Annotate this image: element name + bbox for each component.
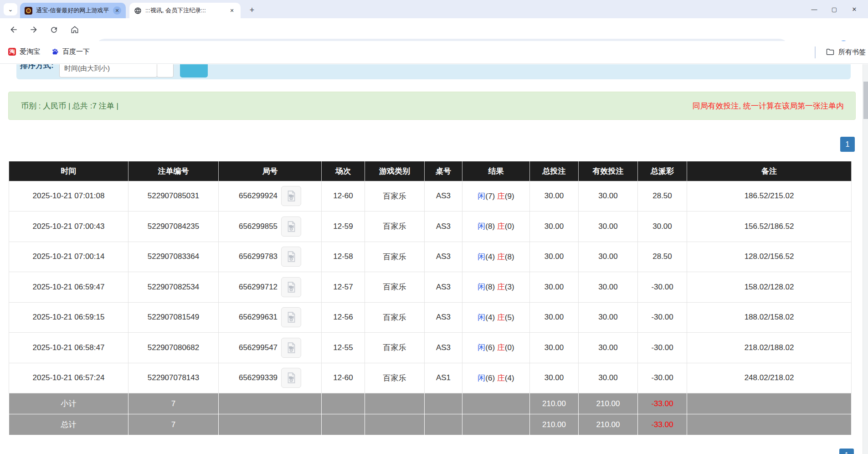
footer-valid-bet: 210.00 (579, 393, 638, 414)
round-wrap: 656299631 (239, 307, 301, 327)
pagination-page-1[interactable]: 1 (840, 137, 855, 152)
round-number: 656299712 (239, 283, 277, 292)
total-bet-link[interactable]: 30.00 (530, 272, 579, 303)
total-bet-link[interactable]: 30.00 (530, 302, 579, 333)
remark: 186.52/215.02 (687, 181, 852, 212)
tab-bet-records[interactable]: :::视讯, 会员下注纪录::: ✕ (129, 3, 241, 18)
footer-label: 小计 (9, 393, 128, 414)
total-bet-link[interactable]: 30.00 (530, 212, 579, 242)
footer-empty (219, 393, 322, 414)
round-number: 656299855 (239, 222, 277, 231)
footer-count: 7 (128, 414, 219, 435)
video-replay-button[interactable] (281, 338, 301, 358)
tab-strip: ⌄ 通宝-信誉最好的网上游戏平台 ✕ :::视讯, 会员下注纪录::: ✕ + … (0, 0, 868, 18)
banker-label: 庄 (497, 253, 505, 261)
total-bet-link[interactable]: 30.00 (530, 181, 579, 212)
session-number: 12-58 (322, 242, 365, 272)
forward-button[interactable] (26, 22, 41, 37)
bet-time: 2025-10-21 07:01:08 (9, 181, 128, 212)
player-score: (4) (485, 313, 497, 322)
footer-empty (462, 393, 530, 414)
bet-number: 522907084235 (128, 212, 219, 242)
column-header: 局号 (219, 161, 322, 181)
round-wrap: 656299712 (239, 277, 301, 297)
video-replay-button[interactable] (281, 217, 301, 237)
round-wrap: 656299339 (239, 368, 301, 388)
game-type: 百家乐 (365, 212, 425, 242)
table-number: AS3 (425, 333, 462, 363)
video-replay-button[interactable] (281, 368, 301, 388)
back-button[interactable] (6, 22, 21, 37)
banker-label: 庄 (497, 192, 505, 201)
footer-empty (462, 414, 530, 435)
video-camera-icon (285, 221, 297, 232)
round-number-cell: 656299855 (219, 212, 322, 242)
pagination-page-1-bottom[interactable]: 1 (839, 449, 854, 454)
close-button[interactable]: ✕ (844, 6, 864, 13)
table-number: AS3 (425, 181, 462, 212)
total-bet-link[interactable]: 30.00 (530, 333, 579, 363)
player-score: (7) (485, 192, 497, 201)
banker-score: (8) (505, 253, 514, 261)
sort-dropdown-arrow[interactable] (157, 64, 174, 77)
table-number: AS3 (425, 302, 462, 333)
video-camera-icon (285, 281, 297, 293)
valid-bet: 30.00 (579, 272, 638, 303)
scrollbar-thumb[interactable] (863, 82, 868, 119)
game-type: 百家乐 (365, 363, 425, 393)
maximize-button[interactable]: ▢ (824, 6, 844, 13)
video-camera-icon (285, 311, 297, 323)
bet-time: 2025-10-21 07:00:14 (9, 242, 128, 272)
valid-bet: 30.00 (579, 302, 638, 333)
footer-empty (425, 393, 462, 414)
all-bookmarks-button[interactable]: 所有书签 (826, 47, 866, 57)
bookmark-taobao[interactable]: 淘 爱淘宝 (8, 47, 40, 56)
game-type: 百家乐 (365, 272, 425, 303)
total-bet-link[interactable]: 30.00 (530, 242, 579, 272)
video-replay-button[interactable] (281, 277, 301, 297)
round-number-cell: 656299547 (219, 333, 322, 363)
session-number: 12-59 (322, 212, 365, 242)
new-tab-button[interactable]: + (246, 4, 258, 16)
column-header: 备注 (687, 161, 852, 181)
round-number: 656299547 (239, 343, 277, 352)
page-scrollbar[interactable] (863, 64, 868, 454)
video-replay-button[interactable] (281, 247, 301, 267)
tab-close-icon[interactable]: ✕ (228, 6, 236, 15)
bet-time: 2025-10-21 06:58:47 (9, 333, 128, 363)
payout: -30.00 (638, 272, 687, 303)
reload-button[interactable] (46, 22, 61, 37)
baidu-paw-icon (51, 48, 59, 56)
video-replay-button[interactable] (281, 307, 301, 327)
chevron-down-icon: ⌄ (8, 6, 13, 13)
bet-number: 522907081549 (128, 302, 219, 333)
bet-records-table: 时间注单编号局号场次游戏类别桌号结果总投注有效投注总派彩备注 2025-10-2… (9, 161, 852, 435)
game-result: 闲(6) 庄(4) (462, 363, 530, 393)
remark: 158.02/128.02 (687, 272, 852, 303)
sort-label: 排序方式: (20, 64, 54, 71)
player-score: (4) (485, 253, 497, 261)
tab-close-icon[interactable]: ✕ (113, 6, 121, 15)
player-score: (8) (485, 283, 497, 291)
home-button[interactable] (67, 22, 82, 37)
bet-time: 2025-10-21 07:00:43 (9, 212, 128, 242)
remark: 218.02/188.02 (687, 333, 852, 363)
bookmark-baidu[interactable]: 百度一下 (51, 47, 90, 56)
tab-casino-platform[interactable]: 通宝-信誉最好的网上游戏平台 ✕ (20, 3, 126, 18)
player-score: (8) (485, 222, 497, 231)
game-result: 闲(8) 庄(0) (462, 212, 530, 242)
round-number: 656299631 (239, 313, 277, 322)
footer-empty (425, 414, 462, 435)
footer-count: 7 (128, 393, 219, 414)
sort-select[interactable]: 时间(由大到小) (59, 64, 157, 77)
search-button[interactable] (180, 64, 208, 77)
player-label: 闲 (478, 253, 485, 261)
banker-score: (0) (505, 343, 514, 352)
tab-search-button[interactable]: ⌄ (4, 3, 17, 15)
footer-empty (365, 414, 425, 435)
total-bet-link[interactable]: 30.00 (530, 363, 579, 393)
video-replay-button[interactable] (281, 186, 301, 206)
table-number: AS3 (425, 272, 462, 303)
minimize-button[interactable]: — (804, 6, 824, 13)
game-type: 百家乐 (365, 242, 425, 272)
